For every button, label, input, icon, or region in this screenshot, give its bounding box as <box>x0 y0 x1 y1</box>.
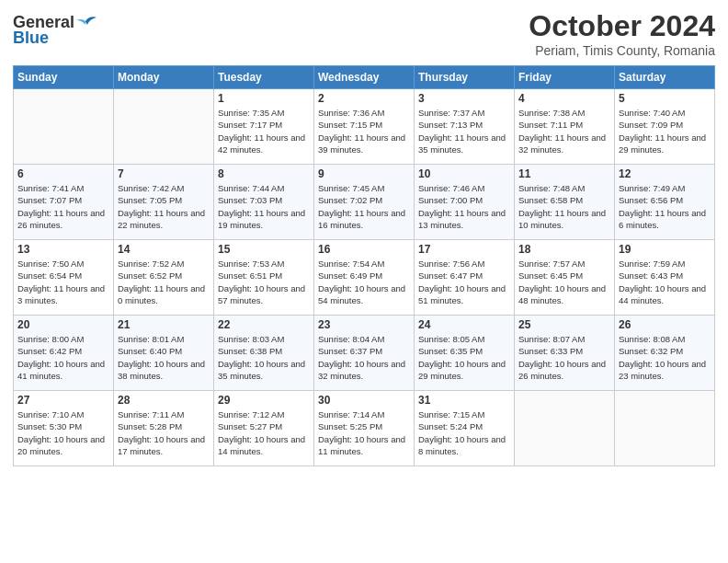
calendar-cell: 4Sunrise: 7:38 AM Sunset: 7:11 PM Daylig… <box>515 89 615 165</box>
day-info: Sunrise: 7:42 AM Sunset: 7:05 PM Dayligh… <box>118 182 210 231</box>
calendar-cell <box>114 89 214 165</box>
calendar-cell: 9Sunrise: 7:45 AM Sunset: 7:02 PM Daylig… <box>314 165 415 240</box>
day-number: 15 <box>218 243 310 256</box>
calendar-cell: 14Sunrise: 7:52 AM Sunset: 6:52 PM Dayli… <box>114 240 214 316</box>
day-info: Sunrise: 7:54 AM Sunset: 6:49 PM Dayligh… <box>318 258 410 306</box>
day-info: Sunrise: 7:44 AM Sunset: 7:03 PM Dayligh… <box>218 182 310 231</box>
day-info: Sunrise: 8:07 AM Sunset: 6:33 PM Dayligh… <box>518 333 610 382</box>
day-number: 24 <box>418 318 510 331</box>
calendar-header-friday: Friday <box>515 66 615 89</box>
day-number: 21 <box>118 318 210 331</box>
day-number: 25 <box>518 318 610 331</box>
day-number: 18 <box>518 243 610 256</box>
calendar-cell: 28Sunrise: 7:11 AM Sunset: 5:28 PM Dayli… <box>114 391 214 466</box>
calendar-cell: 29Sunrise: 7:12 AM Sunset: 5:27 PM Dayli… <box>214 391 314 466</box>
day-info: Sunrise: 7:49 AM Sunset: 6:56 PM Dayligh… <box>619 182 711 231</box>
day-number: 11 <box>518 167 610 180</box>
calendar-header-monday: Monday <box>114 66 214 89</box>
day-info: Sunrise: 8:03 AM Sunset: 6:38 PM Dayligh… <box>218 333 310 382</box>
logo-blue-text: Blue <box>13 29 49 48</box>
calendar-cell: 24Sunrise: 8:05 AM Sunset: 6:35 PM Dayli… <box>415 316 515 391</box>
day-number: 16 <box>318 243 410 256</box>
calendar-cell: 22Sunrise: 8:03 AM Sunset: 6:38 PM Dayli… <box>214 316 314 391</box>
calendar-table: SundayMondayTuesdayWednesdayThursdayFrid… <box>13 65 715 466</box>
calendar-cell: 20Sunrise: 8:00 AM Sunset: 6:42 PM Dayli… <box>14 316 114 391</box>
calendar-header-tuesday: Tuesday <box>214 66 314 89</box>
calendar-cell: 7Sunrise: 7:42 AM Sunset: 7:05 PM Daylig… <box>114 165 214 240</box>
day-number: 26 <box>619 318 711 331</box>
calendar-header-saturday: Saturday <box>615 66 715 89</box>
day-number: 6 <box>17 167 109 180</box>
calendar-cell: 31Sunrise: 7:15 AM Sunset: 5:24 PM Dayli… <box>415 391 515 466</box>
calendar-cell <box>615 391 715 466</box>
calendar-cell <box>515 391 615 466</box>
day-info: Sunrise: 7:48 AM Sunset: 6:58 PM Dayligh… <box>518 182 610 231</box>
calendar-cell <box>14 89 114 165</box>
calendar-cell: 18Sunrise: 7:57 AM Sunset: 6:45 PM Dayli… <box>515 240 615 316</box>
day-number: 27 <box>17 394 109 407</box>
day-info: Sunrise: 8:00 AM Sunset: 6:42 PM Dayligh… <box>17 333 109 382</box>
calendar-week-2: 13Sunrise: 7:50 AM Sunset: 6:54 PM Dayli… <box>14 240 715 316</box>
day-number: 4 <box>518 92 610 105</box>
day-info: Sunrise: 7:36 AM Sunset: 7:15 PM Dayligh… <box>318 107 410 155</box>
calendar-cell: 6Sunrise: 7:41 AM Sunset: 7:07 PM Daylig… <box>14 165 114 240</box>
calendar-cell: 13Sunrise: 7:50 AM Sunset: 6:54 PM Dayli… <box>14 240 114 316</box>
calendar-cell: 17Sunrise: 7:56 AM Sunset: 6:47 PM Dayli… <box>415 240 515 316</box>
day-info: Sunrise: 7:14 AM Sunset: 5:25 PM Dayligh… <box>318 408 410 457</box>
calendar-cell: 16Sunrise: 7:54 AM Sunset: 6:49 PM Dayli… <box>314 240 415 316</box>
calendar-cell: 15Sunrise: 7:53 AM Sunset: 6:51 PM Dayli… <box>214 240 314 316</box>
calendar-cell: 12Sunrise: 7:49 AM Sunset: 6:56 PM Dayli… <box>615 165 715 240</box>
day-info: Sunrise: 8:04 AM Sunset: 6:37 PM Dayligh… <box>318 333 410 382</box>
day-info: Sunrise: 7:52 AM Sunset: 6:52 PM Dayligh… <box>118 258 210 306</box>
day-number: 3 <box>418 92 510 105</box>
page: General Blue October 2024 Periam, Timis … <box>0 0 728 563</box>
day-number: 23 <box>318 318 410 331</box>
day-info: Sunrise: 7:46 AM Sunset: 7:00 PM Dayligh… <box>418 182 510 231</box>
day-number: 19 <box>619 243 711 256</box>
day-number: 1 <box>218 92 310 105</box>
day-number: 20 <box>17 318 109 331</box>
calendar-header-wednesday: Wednesday <box>314 66 415 89</box>
page-subtitle: Periam, Timis County, Romania <box>529 43 715 58</box>
calendar-week-4: 27Sunrise: 7:10 AM Sunset: 5:30 PM Dayli… <box>14 391 715 466</box>
calendar-week-0: 1Sunrise: 7:35 AM Sunset: 7:17 PM Daylig… <box>14 89 715 165</box>
day-info: Sunrise: 7:10 AM Sunset: 5:30 PM Dayligh… <box>17 408 109 457</box>
calendar-cell: 26Sunrise: 8:08 AM Sunset: 6:32 PM Dayli… <box>615 316 715 391</box>
title-block: October 2024 Periam, Timis County, Roman… <box>529 9 715 58</box>
page-title: October 2024 <box>529 9 715 43</box>
day-number: 30 <box>318 394 410 407</box>
day-info: Sunrise: 7:35 AM Sunset: 7:17 PM Dayligh… <box>218 107 310 155</box>
day-number: 14 <box>118 243 210 256</box>
logo: General Blue <box>13 9 97 48</box>
day-info: Sunrise: 7:40 AM Sunset: 7:09 PM Dayligh… <box>619 107 711 155</box>
day-info: Sunrise: 7:12 AM Sunset: 5:27 PM Dayligh… <box>218 408 310 457</box>
calendar-week-3: 20Sunrise: 8:00 AM Sunset: 6:42 PM Dayli… <box>14 316 715 391</box>
calendar-cell: 5Sunrise: 7:40 AM Sunset: 7:09 PM Daylig… <box>615 89 715 165</box>
day-number: 17 <box>418 243 510 256</box>
day-info: Sunrise: 7:53 AM Sunset: 6:51 PM Dayligh… <box>218 258 310 306</box>
day-info: Sunrise: 7:37 AM Sunset: 7:13 PM Dayligh… <box>418 107 510 155</box>
day-info: Sunrise: 7:50 AM Sunset: 6:54 PM Dayligh… <box>17 258 109 306</box>
calendar-week-1: 6Sunrise: 7:41 AM Sunset: 7:07 PM Daylig… <box>14 165 715 240</box>
day-number: 12 <box>619 167 711 180</box>
calendar-header-row: SundayMondayTuesdayWednesdayThursdayFrid… <box>14 66 715 89</box>
day-number: 8 <box>218 167 310 180</box>
day-number: 29 <box>218 394 310 407</box>
calendar-cell: 19Sunrise: 7:59 AM Sunset: 6:43 PM Dayli… <box>615 240 715 316</box>
calendar-cell: 2Sunrise: 7:36 AM Sunset: 7:15 PM Daylig… <box>314 89 415 165</box>
day-info: Sunrise: 7:45 AM Sunset: 7:02 PM Dayligh… <box>318 182 410 231</box>
calendar-cell: 3Sunrise: 7:37 AM Sunset: 7:13 PM Daylig… <box>415 89 515 165</box>
day-info: Sunrise: 7:38 AM Sunset: 7:11 PM Dayligh… <box>518 107 610 155</box>
day-info: Sunrise: 8:08 AM Sunset: 6:32 PM Dayligh… <box>619 333 711 382</box>
header: General Blue October 2024 Periam, Timis … <box>13 9 715 58</box>
day-number: 7 <box>118 167 210 180</box>
day-number: 10 <box>418 167 510 180</box>
calendar-cell: 25Sunrise: 8:07 AM Sunset: 6:33 PM Dayli… <box>515 316 615 391</box>
day-info: Sunrise: 7:57 AM Sunset: 6:45 PM Dayligh… <box>518 258 610 306</box>
calendar-cell: 1Sunrise: 7:35 AM Sunset: 7:17 PM Daylig… <box>214 89 314 165</box>
calendar-cell: 11Sunrise: 7:48 AM Sunset: 6:58 PM Dayli… <box>515 165 615 240</box>
day-info: Sunrise: 7:56 AM Sunset: 6:47 PM Dayligh… <box>418 258 510 306</box>
day-info: Sunrise: 7:15 AM Sunset: 5:24 PM Dayligh… <box>418 408 510 457</box>
calendar-cell: 27Sunrise: 7:10 AM Sunset: 5:30 PM Dayli… <box>14 391 114 466</box>
day-number: 5 <box>619 92 711 105</box>
